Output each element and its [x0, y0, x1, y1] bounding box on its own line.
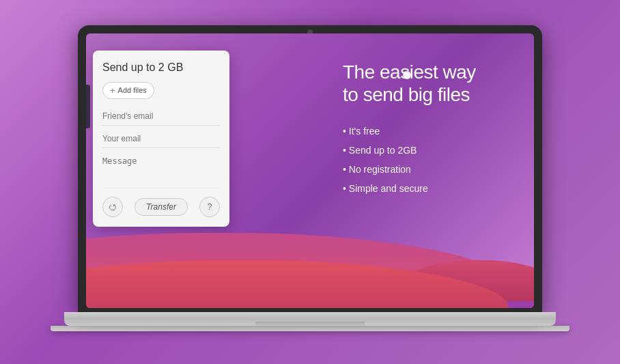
main-headline: The easiest way to send big files	[343, 61, 513, 107]
laptop-base	[64, 312, 556, 326]
transfer-button[interactable]: Transfer	[135, 198, 188, 216]
headline-line1: The easiest way	[343, 61, 476, 83]
share-icon: ⭯	[109, 202, 117, 212]
list-item: No registration	[343, 160, 513, 179]
list-item: It's free	[343, 122, 513, 141]
help-button[interactable]: ?	[199, 197, 220, 217]
laptop-screen: The easiest way to send big files It's f…	[86, 33, 534, 308]
list-item: Send up to 2GB	[343, 141, 513, 160]
form-panel: wetransfer Send up to 2 GB + Add files ⭯…	[93, 51, 229, 227]
add-files-button[interactable]: + Add files	[102, 82, 154, 99]
plus-icon: +	[110, 85, 115, 96]
laptop-stand	[51, 326, 569, 331]
feature-list: It's free Send up to 2GB No registration…	[343, 122, 513, 198]
right-content-area: The easiest way to send big files It's f…	[343, 61, 513, 198]
form-actions: ⭯ Transfer ?	[102, 197, 220, 217]
add-files-label: Add files	[118, 86, 147, 94]
headline-line2: to send big files	[343, 84, 470, 105]
landscape	[86, 233, 534, 308]
friends-email-input[interactable]	[102, 106, 220, 126]
form-title: Send up to 2 GB	[102, 61, 220, 74]
list-item: Simple and secure	[343, 179, 513, 198]
laptop-bezel: The easiest way to send big files It's f…	[78, 25, 542, 312]
message-input[interactable]	[102, 151, 220, 188]
your-email-input[interactable]	[102, 128, 220, 148]
scene: The easiest way to send big files It's f…	[44, 15, 576, 350]
wetransfer-tab: wetransfer	[86, 85, 90, 128]
share-button[interactable]: ⭯	[102, 197, 123, 217]
question-icon: ?	[208, 202, 212, 212]
laptop: The easiest way to send big files It's f…	[64, 25, 556, 339]
